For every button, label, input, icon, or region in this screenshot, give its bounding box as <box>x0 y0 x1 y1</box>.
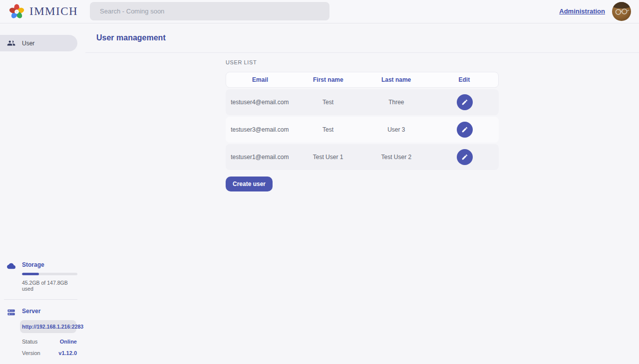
column-header-edit: Edit <box>459 76 470 83</box>
create-user-button[interactable]: Create user <box>226 177 273 191</box>
top-bar: IMMICH Administration <box>0 0 639 23</box>
section-title: USER LIST <box>226 59 499 65</box>
storage-progress-bar <box>22 273 77 275</box>
sidebar-divider <box>4 299 77 300</box>
page-header: User management <box>85 23 639 53</box>
storage-progress-fill <box>22 273 39 275</box>
users-icon <box>7 39 15 47</box>
administration-link[interactable]: Administration <box>559 7 605 15</box>
search-input[interactable] <box>90 2 329 20</box>
storage-usage-caption: 45.2GB of 147.8GB used <box>22 280 77 292</box>
server-widget: Server http://192.168.1.216:2283 Status … <box>0 308 77 356</box>
cell-email: testuser1@email.com <box>231 154 289 161</box>
server-version-value: v1.12.0 <box>58 350 77 356</box>
cell-last-name: Test User 2 <box>381 154 412 161</box>
storage-title: Storage <box>22 261 77 268</box>
cell-first-name: Test User 1 <box>313 154 343 161</box>
table-row: testuser4@email.com Test Three <box>226 89 499 115</box>
cloud-icon <box>7 262 15 292</box>
app-title: IMMICH <box>29 5 78 18</box>
server-status-row: Status Online <box>22 339 77 345</box>
main-content: User management USER LIST Email First na… <box>85 23 639 364</box>
cell-first-name: Test <box>322 99 333 106</box>
cell-last-name: User 3 <box>387 126 405 133</box>
user-table: Email First name Last name Edit testuser… <box>226 72 499 170</box>
pencil-icon <box>461 126 468 133</box>
storage-widget: Storage 45.2GB of 147.8GB used <box>0 261 77 292</box>
app-body: User Storage 45.2GB of 147.8GB used <box>0 23 639 364</box>
server-status-label: Status <box>22 339 37 345</box>
server-title: Server <box>22 308 77 315</box>
sidebar-item-user-label: User <box>22 40 34 47</box>
column-header-first-name: First name <box>313 76 343 83</box>
pencil-icon <box>461 154 468 161</box>
server-version-row: Version v1.12.0 <box>22 350 77 356</box>
app-logo: IMMICH <box>0 3 78 20</box>
server-status-value: Online <box>60 339 77 345</box>
edit-user-button[interactable] <box>457 149 473 165</box>
cell-first-name: Test <box>322 126 333 133</box>
cell-email: testuser3@email.com <box>231 126 289 133</box>
page-title: User management <box>96 33 166 42</box>
avatar-photo-glasses <box>612 2 631 21</box>
table-row: testuser1@email.com Test User 1 Test Use… <box>226 144 499 170</box>
user-table-header: Email First name Last name Edit <box>226 72 499 88</box>
immich-flower-logo-icon <box>8 3 25 20</box>
sidebar-bottom-panel: Storage 45.2GB of 147.8GB used <box>0 261 77 356</box>
cell-last-name: Three <box>388 99 404 106</box>
edit-user-button[interactable] <box>457 94 473 110</box>
server-version-label: Version <box>22 350 40 356</box>
edit-user-button[interactable] <box>457 122 473 138</box>
pencil-icon <box>461 99 468 106</box>
cell-email: testuser4@email.com <box>231 99 289 106</box>
user-avatar[interactable] <box>612 2 631 21</box>
server-icon <box>7 308 15 356</box>
admin-sidebar: User Storage 45.2GB of 147.8GB used <box>0 23 77 364</box>
column-header-email: Email <box>252 76 268 83</box>
user-list-section: USER LIST Email First name Last name Edi… <box>226 53 499 191</box>
column-header-last-name: Last name <box>381 76 411 83</box>
sidebar-item-user[interactable]: User <box>0 35 77 51</box>
table-row: testuser3@email.com Test User 3 <box>226 117 499 143</box>
server-url-chip: http://192.168.1.216:2283 <box>20 320 76 333</box>
